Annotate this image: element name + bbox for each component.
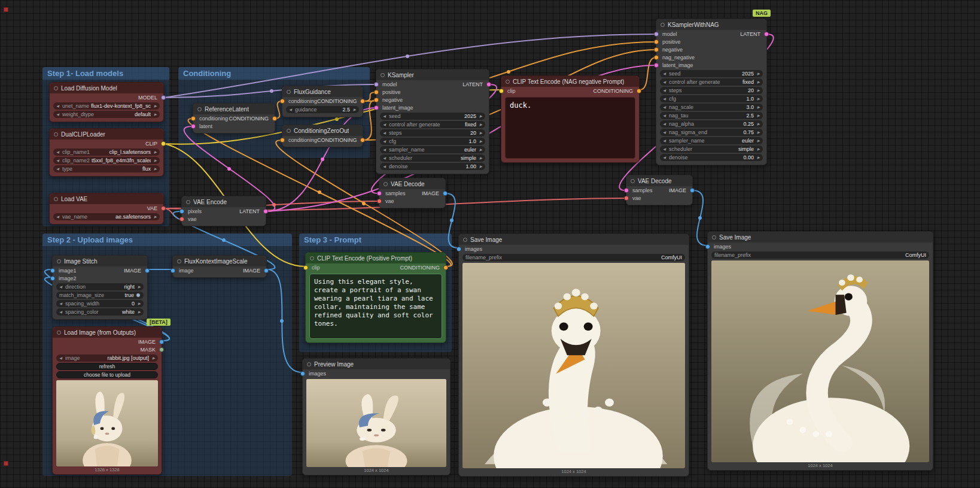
output-socket-conditioning[interactable] <box>637 89 641 93</box>
increment-icon[interactable] <box>136 308 141 316</box>
collapse-dot-icon[interactable] <box>381 73 385 77</box>
decrement-icon[interactable] <box>663 120 667 128</box>
node-reference-latent[interactable]: ReferenceLatent conditioning CONDITIONIN… <box>193 103 275 134</box>
node-title-bar[interactable]: FluxGuidance <box>282 86 363 97</box>
increment-icon[interactable] <box>153 148 157 156</box>
node-title-bar[interactable]: Load VAE <box>50 193 163 204</box>
increment-icon[interactable] <box>756 120 760 128</box>
node-title-bar[interactable]: Save Image <box>708 232 933 243</box>
decrement-icon[interactable] <box>663 129 667 136</box>
increment-icon[interactable] <box>136 300 141 307</box>
decrement-icon[interactable] <box>59 308 63 316</box>
increment-icon[interactable] <box>478 129 482 137</box>
output-socket-model[interactable] <box>161 95 166 100</box>
widget-clip-name1[interactable]: clip_name1 clip_l.safetensors <box>53 148 160 156</box>
widget-direction[interactable]: direction right <box>56 283 144 290</box>
output-socket-latent[interactable] <box>764 32 769 37</box>
widget-filename-prefix[interactable]: filename_prefix ComfyUI <box>462 254 685 261</box>
increment-icon[interactable] <box>478 138 482 145</box>
widget-steps[interactable]: steps 20 <box>380 129 485 137</box>
collapse-dot-icon[interactable] <box>54 132 58 137</box>
output-socket-clip[interactable] <box>161 141 166 146</box>
increment-icon[interactable] <box>756 112 760 119</box>
group-title[interactable]: Step 3 - Prompt <box>299 234 452 246</box>
collapse-dot-icon[interactable] <box>307 362 311 366</box>
refresh-button[interactable]: refresh <box>56 363 158 370</box>
node-conditioning-zero-out[interactable]: ConditioningZeroOut conditioning CONDITI… <box>282 125 363 147</box>
collapse-dot-icon[interactable] <box>54 86 58 90</box>
decrement-icon[interactable] <box>56 213 60 220</box>
decrement-icon[interactable] <box>383 138 387 145</box>
widget-scheduler[interactable]: scheduler simple <box>380 154 485 162</box>
widget-control-after-generate[interactable]: control after generate fixed <box>380 121 485 128</box>
output-socket-conditioning[interactable] <box>360 99 365 104</box>
collapse-dot-icon[interactable] <box>287 90 291 94</box>
input-socket-image[interactable] <box>171 268 175 273</box>
widget-nag-tau[interactable]: nag_tau 2.5 <box>660 112 763 119</box>
widget-nag-sigma-end[interactable]: nag_sigma_end 0.75 <box>660 129 763 136</box>
node-save-image-2[interactable]: Save Image images filename_prefix ComfyU… <box>707 231 933 471</box>
increment-icon[interactable] <box>478 121 482 128</box>
collapse-dot-icon[interactable] <box>57 331 61 335</box>
collapse-dot-icon[interactable] <box>384 182 388 186</box>
node-title-bar[interactable]: Image Stitch <box>53 256 147 266</box>
widget-unet-name[interactable]: unet_name flux1-dev-kontext_fp8_scaled.s… <box>53 102 160 110</box>
node-title-bar[interactable]: VAE Decode <box>379 178 445 189</box>
increment-icon[interactable] <box>153 165 157 172</box>
collapse-dot-icon[interactable] <box>631 179 635 183</box>
input-socket-conditioning[interactable] <box>280 138 285 143</box>
input-socket-image2[interactable] <box>50 276 55 281</box>
decrement-icon[interactable] <box>383 154 387 162</box>
node-title-bar[interactable]: ConditioningZeroOut <box>282 125 363 136</box>
node-vae-decode-1[interactable]: VAE Decode samples IMAGE vae <box>379 178 446 208</box>
collapse-dot-icon[interactable] <box>54 197 58 201</box>
node-save-image-1[interactable]: Save Image images filename_prefix ComfyU… <box>458 234 689 477</box>
node-title-bar[interactable]: Save Image <box>459 234 689 245</box>
increment-icon[interactable] <box>478 113 482 120</box>
widget-denoise[interactable]: denoise 1.00 <box>380 163 485 170</box>
input-socket-positive[interactable] <box>654 40 659 44</box>
widget-clip-name2[interactable]: clip_name2 t5xxl_fp8_e4m3fn_scaled.safet… <box>53 157 160 164</box>
widget-seed[interactable]: seed 2025 <box>660 70 763 77</box>
output-socket-image[interactable] <box>159 340 164 344</box>
input-socket-vae[interactable] <box>377 199 382 204</box>
widget-filename-prefix[interactable]: filename_prefix ComfyUI <box>711 251 929 259</box>
node-title-bar[interactable]: VAE Encode <box>182 196 266 207</box>
node-graph-canvas[interactable]: Step 1- Load models Conditioning Step 2 … <box>0 0 980 488</box>
collapse-dot-icon[interactable] <box>287 129 291 133</box>
decrement-icon[interactable] <box>56 165 60 172</box>
input-socket-vae[interactable] <box>624 196 629 201</box>
widget-spacing-color[interactable]: spacing_color white <box>56 308 144 316</box>
increment-icon[interactable] <box>756 154 760 161</box>
input-socket-conditioning[interactable] <box>280 99 285 104</box>
collapse-dot-icon[interactable] <box>197 107 202 111</box>
node-flux-kontext-image-scale[interactable]: FluxKontextImageScale image IMAGE <box>172 255 267 278</box>
decrement-icon[interactable] <box>663 146 667 153</box>
input-socket-clip[interactable] <box>303 265 308 270</box>
output-socket-conditioning[interactable] <box>272 116 277 121</box>
input-socket-negative[interactable] <box>374 98 379 102</box>
increment-icon[interactable] <box>756 78 760 86</box>
decrement-icon[interactable] <box>56 102 60 110</box>
choose-file-button[interactable]: choose file to upload <box>56 371 158 378</box>
decrement-icon[interactable] <box>663 104 667 111</box>
input-socket-samples[interactable] <box>624 188 629 193</box>
input-socket-clip[interactable] <box>499 89 504 93</box>
node-title-bar[interactable]: DualCLIPLoader <box>50 129 163 140</box>
node-flux-guidance[interactable]: FluxGuidance conditioning CONDITIONING g… <box>282 86 363 117</box>
decrement-icon[interactable] <box>383 121 387 128</box>
prompt-textarea[interactable]: Using this elegant style, create a portr… <box>309 274 442 339</box>
widget-vae-name[interactable]: vae_name ae.safetensors <box>53 213 160 220</box>
widget-nag-scale[interactable]: nag_scale 3.0 <box>660 104 763 111</box>
increment-icon[interactable] <box>153 111 157 118</box>
input-socket-latent-image[interactable] <box>654 63 659 68</box>
output-socket-conditioning[interactable] <box>443 265 448 270</box>
node-title-bar[interactable]: VAE Decode <box>626 175 692 186</box>
node-ksampler-with-nag[interactable]: KSamplerWithNAG model LATENT positive ne… <box>656 19 767 165</box>
decrement-icon[interactable] <box>663 87 667 94</box>
collapse-dot-icon[interactable] <box>463 238 467 242</box>
toggle-icon[interactable] <box>136 293 141 298</box>
node-vae-encode[interactable]: VAE Encode pixels LATENT vae <box>181 196 266 226</box>
widget-denoise[interactable]: denoise 0.00 <box>660 154 763 161</box>
increment-icon[interactable] <box>478 163 482 170</box>
